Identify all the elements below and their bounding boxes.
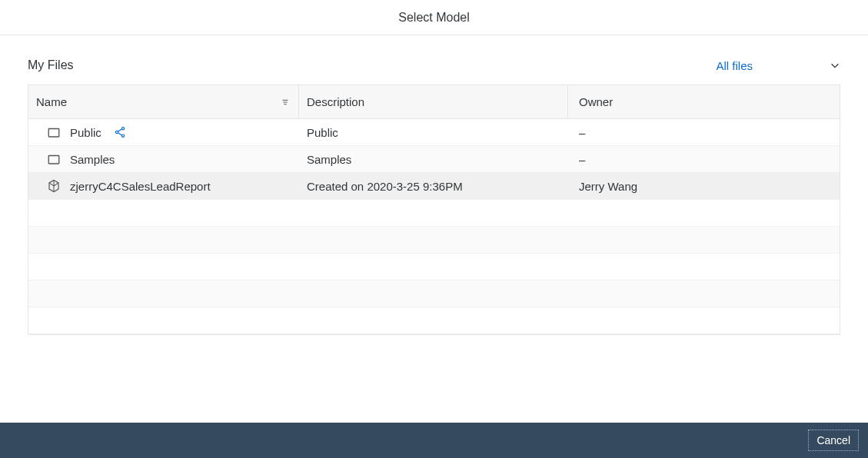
row-owner: – xyxy=(579,126,585,139)
row-description: Public xyxy=(307,126,338,139)
svg-line-7 xyxy=(118,129,121,131)
svg-point-5 xyxy=(115,131,118,133)
filter-label: All files xyxy=(716,59,753,72)
column-label: Description xyxy=(307,95,364,108)
table-row[interactable]: zjerryC4CSalesLeadReport Created on 2020… xyxy=(28,173,840,200)
model-icon xyxy=(47,179,61,193)
svg-rect-3 xyxy=(48,129,59,138)
table-row-empty xyxy=(28,307,840,334)
table-header: Name Description Owner xyxy=(28,85,840,119)
svg-line-8 xyxy=(118,133,121,135)
row-owner-cell: – xyxy=(568,126,840,139)
table-row-empty xyxy=(28,200,840,227)
column-label: Name xyxy=(36,95,67,108)
folder-icon xyxy=(47,152,61,166)
folder-icon xyxy=(47,125,61,139)
table-row-empty xyxy=(28,280,840,307)
dialog-title: Select Model xyxy=(398,11,470,25)
dialog-header: Select Model xyxy=(0,0,868,35)
column-label: Owner xyxy=(579,95,613,108)
row-name-cell: Samples xyxy=(65,153,299,166)
row-owner-cell: – xyxy=(568,153,840,166)
column-header-owner[interactable]: Owner xyxy=(568,85,840,118)
row-owner: Jerry Wang xyxy=(579,180,637,193)
row-name: Public xyxy=(70,126,101,139)
column-header-description[interactable]: Description xyxy=(299,85,568,118)
filter-dropdown[interactable]: All files xyxy=(716,59,840,72)
svg-rect-9 xyxy=(48,156,59,164)
row-name-cell: Public xyxy=(65,126,299,139)
svg-point-6 xyxy=(121,134,124,137)
row-icon-cell xyxy=(28,179,65,193)
cancel-button[interactable]: Cancel xyxy=(808,430,859,451)
row-owner-cell: Jerry Wang xyxy=(568,180,840,193)
table-row-empty xyxy=(28,254,840,280)
chevron-down-icon xyxy=(830,60,840,71)
table-row[interactable]: Samples Samples – xyxy=(28,146,840,173)
row-owner: – xyxy=(579,153,585,166)
row-description-cell: Created on 2020-3-25 9:36PM xyxy=(299,180,568,193)
row-name: zjerryC4CSalesLeadReport xyxy=(70,180,211,193)
share-icon xyxy=(114,126,126,138)
cancel-label: Cancel xyxy=(816,434,850,446)
table-row-empty xyxy=(28,227,840,254)
row-description: Samples xyxy=(307,153,351,166)
sort-ascending-icon xyxy=(280,97,291,108)
row-icon-cell xyxy=(28,152,65,166)
table-row[interactable]: Public Public – xyxy=(28,119,840,146)
row-icon-cell xyxy=(28,125,65,139)
row-description-cell: Samples xyxy=(299,153,568,166)
row-name: Samples xyxy=(70,153,115,166)
breadcrumb-row: My Files All files xyxy=(0,58,868,85)
row-name-cell: zjerryC4CSalesLeadReport xyxy=(65,180,299,193)
svg-point-4 xyxy=(121,128,124,130)
column-header-name[interactable]: Name xyxy=(28,85,299,118)
file-table: Name Description Owner xyxy=(28,85,840,335)
breadcrumb-label: My Files xyxy=(28,58,74,71)
dialog-footer: Cancel xyxy=(0,423,868,458)
row-description: Created on 2020-3-25 9:36PM xyxy=(307,180,463,193)
table-body: Public Public – xyxy=(28,119,840,334)
row-description-cell: Public xyxy=(299,126,568,139)
dialog-content: My Files All files Name Description xyxy=(0,35,868,423)
breadcrumb[interactable]: My Files xyxy=(28,58,74,72)
